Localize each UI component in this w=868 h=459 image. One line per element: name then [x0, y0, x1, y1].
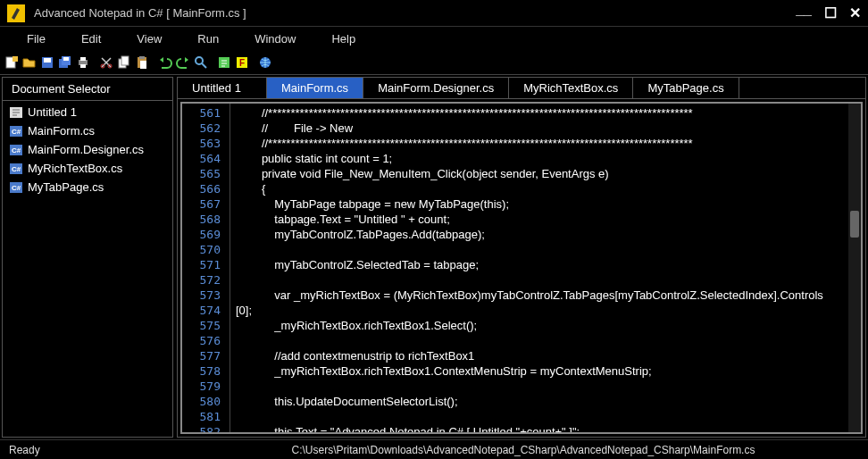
document-item-label: Untitled 1: [28, 105, 77, 119]
svg-rect-7: [63, 57, 69, 61]
svg-text:C#: C#: [12, 146, 21, 154]
svg-text:C#: C#: [12, 165, 21, 173]
status-state: Ready: [9, 444, 188, 456]
svg-rect-4: [44, 58, 51, 63]
document-item-label: MyTabPage.cs: [28, 180, 104, 194]
statusbar: Ready C:\Users\Pritam\Downloads\Advanced…: [0, 439, 868, 459]
window-title: Advanced Notepad in C# [ MainForm.cs ]: [34, 6, 796, 20]
new-file-icon[interactable]: [4, 54, 20, 71]
print-icon[interactable]: [75, 54, 91, 71]
svg-text:F: F: [239, 58, 245, 68]
document-selector-header: Document Selector: [3, 78, 172, 101]
menu-view[interactable]: View: [119, 29, 179, 49]
document-item-label: MainForm.cs: [28, 124, 95, 138]
svg-text:C#: C#: [12, 128, 21, 136]
scrollbar-thumb[interactable]: [850, 211, 859, 238]
find-results-icon[interactable]: [216, 54, 232, 71]
app-icon: [7, 4, 25, 22]
close-button[interactable]: ✕: [849, 4, 861, 21]
minimize-button[interactable]: __: [796, 2, 812, 18]
document-item-label: MyRichTextBox.cs: [28, 162, 122, 175]
redo-icon[interactable]: [175, 54, 191, 71]
menu-file[interactable]: File: [9, 29, 63, 49]
text-file-icon: [10, 107, 22, 118]
tab-bar: Untitled 1MainForm.csMainForm.Designer.c…: [178, 78, 865, 99]
document-item[interactable]: C#MainForm.Designer.cs: [4, 140, 171, 159]
csharp-file-icon: C#: [10, 163, 22, 174]
find-icon[interactable]: [193, 54, 209, 71]
svg-rect-2: [13, 56, 18, 62]
document-item-label: MainForm.Designer.cs: [28, 143, 144, 156]
status-filepath: C:\Users\Pritam\Downloads\AdvancedNotepa…: [188, 444, 859, 456]
csharp-file-icon: C#: [10, 182, 22, 193]
titlebar: Advanced Notepad in C# [ MainForm.cs ] _…: [0, 0, 868, 27]
svg-rect-10: [80, 64, 86, 68]
tab[interactable]: MainForm.cs: [267, 78, 363, 98]
document-selector: Document Selector Untitled 1C#MainForm.c…: [2, 77, 173, 438]
svg-rect-16: [139, 56, 145, 59]
csharp-file-icon: C#: [10, 145, 22, 155]
document-item[interactable]: C#MyRichTextBox.cs: [4, 159, 171, 178]
tab[interactable]: MyTabPage.cs: [633, 78, 739, 98]
main-area: Document Selector Untitled 1C#MainForm.c…: [0, 75, 868, 439]
document-selector-list: Untitled 1C#MainForm.csC#MainForm.Design…: [3, 101, 172, 437]
cut-icon[interactable]: [98, 54, 114, 71]
tab[interactable]: MainForm.Designer.cs: [363, 78, 509, 98]
undo-icon[interactable]: [157, 54, 173, 71]
copy-icon[interactable]: [116, 54, 132, 71]
svg-rect-17: [140, 61, 146, 69]
web-icon[interactable]: [257, 54, 273, 71]
svg-rect-9: [80, 57, 86, 61]
menu-help[interactable]: Help: [313, 29, 373, 49]
document-item[interactable]: C#MainForm.cs: [4, 121, 171, 140]
toolbar: F: [0, 50, 868, 75]
document-item[interactable]: Untitled 1: [4, 103, 171, 121]
save-icon[interactable]: [39, 54, 55, 71]
open-file-icon[interactable]: [21, 54, 38, 71]
svg-rect-14: [121, 56, 129, 65]
menu-edit[interactable]: Edit: [63, 29, 119, 49]
maximize-button[interactable]: ☐: [824, 4, 837, 21]
document-item[interactable]: C#MyTabPage.cs: [4, 178, 171, 196]
menu-run[interactable]: Run: [179, 29, 237, 49]
window-controls: __ ☐ ✕: [796, 4, 861, 21]
paste-icon[interactable]: [134, 54, 150, 71]
csharp-file-icon: C#: [10, 126, 22, 137]
tab[interactable]: MyRichTextBox.cs: [509, 78, 633, 98]
editor-area: Untitled 1MainForm.csMainForm.Designer.c…: [177, 77, 866, 438]
svg-text:C#: C#: [12, 184, 21, 192]
highlight-icon[interactable]: F: [234, 54, 250, 71]
svg-point-18: [196, 57, 203, 64]
menubar: FileEditViewRunWindowHelp: [0, 27, 868, 50]
save-all-icon[interactable]: [57, 54, 73, 71]
code-container: 561 562 563 564 565 566 567 568 569 570 …: [180, 102, 863, 434]
vertical-scrollbar[interactable]: [848, 104, 861, 432]
tab[interactable]: Untitled 1: [178, 78, 267, 98]
line-number-gutter: 561 562 563 564 565 566 567 568 569 570 …: [182, 104, 230, 432]
code-editor[interactable]: //**************************************…: [230, 104, 848, 432]
menu-window[interactable]: Window: [237, 29, 313, 49]
